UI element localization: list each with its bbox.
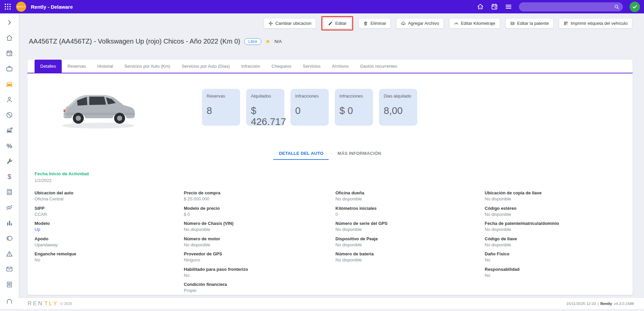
bar-chart-icon[interactable] — [6, 219, 13, 227]
calculator-icon[interactable] — [6, 188, 13, 196]
home-icon[interactable] — [477, 3, 484, 10]
percent-icon[interactable]: % — [6, 142, 13, 149]
delete-button[interactable]: Eliminar — [359, 18, 391, 28]
company-logo[interactable]: RENTLY — [16, 2, 26, 12]
brand-logo: REN — [28, 300, 44, 307]
vehicle-alert-icon[interactable] — [6, 127, 13, 134]
tab-chequeos[interactable]: Chequeos — [266, 60, 297, 73]
trending-icon[interactable] — [6, 204, 13, 211]
footer-brand: RENTLY © 2025 — [28, 300, 72, 307]
global-search — [519, 2, 623, 11]
stat-reservas: Reservas 8 — [202, 89, 240, 126]
subtab-mas-informacion[interactable]: MÁS INFORMACIÓN — [332, 147, 386, 160]
field-ubicacion-copia-llave: Ubicación de copia de llaveNo disponible — [485, 190, 633, 206]
footer-app-name: Rently — [600, 302, 612, 306]
field-sipp: SIPPCCAR — [35, 206, 184, 221]
field-oficina-duena: Oficina dueñaNo disponible — [335, 190, 485, 206]
tab-servicios-km[interactable]: Servicios por Auto (Km) — [119, 60, 176, 73]
field-responsabilidad: ResponsabilidadNo — [485, 267, 633, 282]
expand-chevron-icon[interactable] — [6, 19, 13, 26]
vehicle-actions-toolbar: Cambiar ubicacion Editar Eliminar Agrega… — [264, 16, 632, 30]
tab-infraccion[interactable]: Infracción — [235, 60, 266, 73]
home-icon[interactable] — [6, 34, 13, 42]
print-label-button[interactable]: Imprimir etiqueta del vehículo — [559, 18, 632, 28]
tab-detalles[interactable]: Detalles — [35, 60, 62, 73]
tab-servicios[interactable]: Servicios — [297, 60, 326, 73]
field-precio-de-compra: Precio de compra$ 25.000.000 — [184, 190, 335, 206]
rently-app: RENTLY Rently - Delaware % $ — [0, 0, 644, 311]
search-icon[interactable] — [614, 4, 620, 10]
mail-icon[interactable] — [6, 265, 13, 273]
footer: RENTLY © 2025 15/11/2025 12:33 | Rently … — [19, 298, 644, 309]
field-numero-de-chasis: Número de Chasis (VIN)No disponible — [184, 221, 335, 236]
field-numero-serie-gps: Número de serie del GPSNo disponible — [335, 221, 485, 236]
detail-subtabs: DETALLE DEL AUTO MÁS INFORMACIÓN — [28, 147, 633, 160]
edit-plate-button[interactable]: Editar la patente — [505, 18, 554, 28]
field-fecha-patente: Fecha de patente/matrícula/dominioNo dis… — [485, 221, 633, 236]
customers-person-icon[interactable] — [6, 96, 13, 103]
field-numero-de-motor: Número de motorNo disponible — [184, 236, 335, 252]
apps-grid-icon[interactable] — [5, 4, 11, 10]
tab-gastos-recurrentes[interactable]: Gastos recurrentes — [354, 60, 403, 73]
copyright: © 2025 — [60, 302, 72, 306]
editar-highlight-box: Editar — [321, 16, 353, 30]
add-file-button[interactable]: Agregar Archivo — [396, 18, 444, 28]
field-enganche-remolque: Enganche remolqueNo — [35, 251, 184, 267]
field-paso-fronterizo: Habilitado para paso fronterizoNo — [184, 267, 335, 282]
star-icon[interactable]: ★ — [265, 38, 270, 45]
move-icon — [268, 21, 273, 26]
headset-icon[interactable] — [6, 296, 13, 304]
field-condicion-financiera: Condición financieraPropio — [184, 282, 335, 295]
edit-button[interactable]: Editar — [323, 18, 351, 28]
menu-icon[interactable] — [505, 3, 512, 10]
vehicle-header: AA456TZ (AA456TZ) - Volkswagen Up (rojo)… — [29, 38, 282, 45]
id-card-icon — [510, 21, 515, 26]
vehicles-car-icon[interactable] — [6, 80, 13, 88]
pencil-icon — [328, 21, 333, 26]
field-dano-fisico: Daño FísicoNo — [485, 251, 633, 267]
wrench-icon[interactable] — [6, 158, 13, 165]
field-apodo: ApodoUpandaway — [35, 236, 184, 252]
tab-servicios-dias[interactable]: Servicios por Auto (Días) — [176, 60, 235, 73]
edit-mileage-button[interactable]: Editar Kilometraje — [449, 18, 500, 28]
footer-datetime: 15/11/2025 12:33 — [566, 302, 596, 306]
app-title: Rently - Delaware — [31, 4, 73, 10]
stat-dias-alquilado: Dias alquilado 8,00 — [379, 89, 417, 126]
cloud-upload-icon — [401, 21, 406, 26]
tab-reservas[interactable]: Reservas — [62, 60, 92, 73]
vehicle-detail-card: Detalles Reservas Historial Servicios po… — [28, 60, 633, 295]
vehicle-tabs: Detalles Reservas Historial Servicios po… — [28, 60, 633, 73]
field-codigo-estereo: Código estéreoNo disponible — [485, 206, 633, 221]
subtab-detalle-del-auto[interactable]: DETALLE DEL AUTO — [273, 147, 329, 160]
warning-icon[interactable] — [6, 250, 13, 257]
field-codigo-de-llave: Código de llaveNo disponible — [485, 236, 633, 252]
details-column-4: Ubicación de copia de llaveNo disponible… — [485, 190, 633, 295]
topbar: RENTLY Rently - Delaware — [0, 0, 644, 13]
stat-infracciones-amount: Infracciones $ 0 — [335, 89, 373, 126]
field-ubicacion-del-auto: Ubicacion del autoOficina Central — [35, 190, 184, 206]
vehicle-rating: N/A — [274, 39, 282, 44]
status-badge[interactable]: Libre — [244, 38, 261, 45]
global-search-input[interactable] — [519, 2, 623, 11]
footer-version: v4.3.0.1588 — [614, 302, 634, 306]
briefcase-icon[interactable] — [6, 65, 13, 72]
field-modelo: ModeloUp — [35, 221, 184, 236]
trash-icon — [363, 21, 368, 26]
modelo-link[interactable]: Up — [35, 227, 184, 232]
circles-icon[interactable] — [6, 235, 13, 242]
status-check-button[interactable] — [630, 2, 640, 12]
field-modelo-de-precio: Modelo de precio$ 0 — [184, 206, 335, 221]
details-column-3: Oficina dueñaNo disponible Kilómetros in… — [335, 190, 485, 295]
ban-icon[interactable] — [6, 111, 13, 119]
change-location-button[interactable]: Cambiar ubicacion — [264, 18, 316, 28]
dollar-icon[interactable]: $ — [6, 173, 13, 180]
field-proveedor-de-gps: Proveedor de GPSNinguno — [184, 251, 335, 267]
calendar-icon[interactable] — [6, 50, 13, 57]
tab-archivos[interactable]: Archivos — [326, 60, 355, 73]
receipt-icon[interactable] — [6, 281, 13, 288]
activity-start-field: Fecha Inicio de Actividad 1/2/2022 — [35, 171, 633, 183]
field-kilometros-iniciales: Kilómetros iniciales0 — [335, 206, 485, 221]
tab-historial[interactable]: Historial — [92, 60, 119, 73]
qr-code-icon — [564, 21, 568, 26]
calendar-icon[interactable] — [491, 3, 498, 10]
